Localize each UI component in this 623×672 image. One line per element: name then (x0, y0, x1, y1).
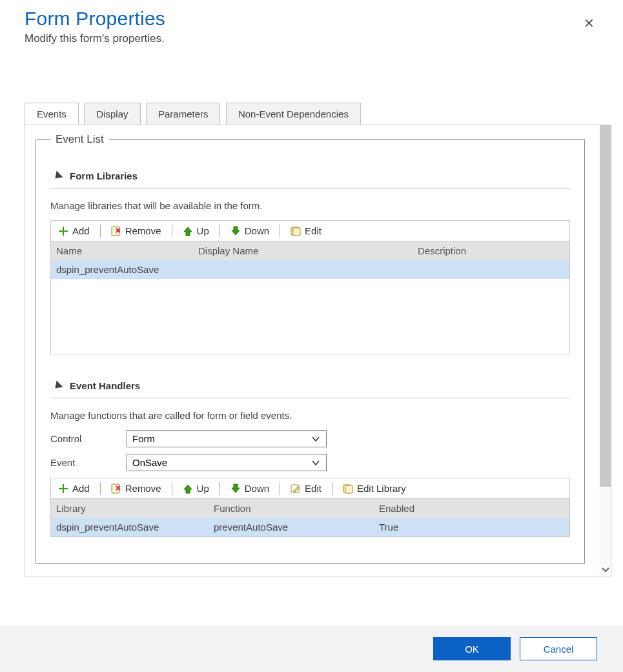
edit-library-icon (343, 484, 353, 494)
down-button-label: Down (245, 225, 269, 236)
separator (220, 225, 220, 238)
remove-button[interactable]: Remove (107, 482, 165, 495)
dialog-footer: OK Cancel (0, 626, 623, 672)
control-label: Control (50, 433, 127, 444)
ok-button[interactable]: OK (433, 637, 511, 660)
close-icon[interactable]: ✕ (584, 15, 595, 31)
scrollbar-thumb[interactable] (600, 125, 611, 487)
event-select[interactable]: OnSave (127, 454, 327, 471)
add-button-label: Add (72, 483, 90, 494)
add-button[interactable]: Add (54, 224, 94, 238)
arrow-up-icon (183, 484, 193, 494)
event-select-value: OnSave (132, 457, 167, 468)
form-libraries-header[interactable]: Form Libraries (50, 167, 570, 188)
edit-library-button-label: Edit Library (357, 483, 406, 494)
remove-button[interactable]: Remove (107, 224, 165, 238)
collapse-icon (52, 380, 63, 391)
svg-rect-2 (293, 228, 300, 236)
event-handlers-grid: Library Function Enabled dspin_preventAu… (50, 499, 570, 537)
cell-library: dspin_preventAutoSave (51, 518, 209, 536)
section-title: Form Libraries (70, 170, 138, 181)
event-list-legend: Event List (50, 133, 109, 146)
section-title: Event Handlers (70, 380, 140, 391)
svg-rect-6 (345, 485, 352, 493)
up-button-label: Up (197, 483, 209, 494)
content-pane: Event List Form Libraries Manage librari… (25, 125, 611, 576)
grid-header: Name Display Name Description (51, 241, 569, 260)
remove-icon (111, 484, 121, 494)
edit-icon (291, 226, 301, 236)
event-handlers-toolbar: Add Remove Up Down (50, 478, 570, 499)
tab-bar: Events Display Parameters Non-Event Depe… (25, 102, 623, 125)
tab-non-event-dependencies[interactable]: Non-Event Dependencies (226, 103, 361, 125)
cancel-button[interactable]: Cancel (520, 637, 597, 660)
tab-display[interactable]: Display (84, 103, 140, 125)
page-subtitle: Modify this form's properties. (25, 32, 598, 45)
separator (220, 482, 220, 495)
down-button-label: Down (245, 483, 269, 494)
tab-events[interactable]: Events (25, 103, 79, 125)
event-handlers-description: Manage functions that are called for for… (50, 410, 570, 421)
edit-button[interactable]: Edit (287, 224, 325, 238)
col-name[interactable]: Name (51, 241, 193, 260)
event-handlers-header[interactable]: Event Handlers (50, 376, 570, 398)
separator (172, 482, 172, 495)
cell-name: dspin_preventAutoSave (51, 260, 193, 279)
down-button[interactable]: Down (227, 482, 273, 495)
dialog-header: Form Properties Modify this form's prope… (0, 0, 623, 48)
page-title: Form Properties (25, 8, 598, 30)
tab-parameters[interactable]: Parameters (146, 103, 221, 125)
col-description[interactable]: Description (413, 241, 569, 260)
event-row: Event OnSave (50, 454, 570, 471)
separator (280, 482, 280, 495)
edit-button-label: Edit (305, 483, 322, 494)
down-button[interactable]: Down (227, 224, 273, 238)
separator (172, 225, 172, 238)
cell-enabled: True (374, 518, 569, 536)
chevron-down-icon (311, 434, 321, 444)
scroll-down-icon[interactable] (600, 564, 611, 576)
arrow-down-icon (230, 484, 241, 494)
plus-icon (58, 484, 68, 494)
up-button[interactable]: Up (179, 224, 213, 238)
arrow-down-icon (230, 226, 241, 236)
add-button[interactable]: Add (54, 482, 94, 495)
pencil-icon (291, 484, 301, 494)
control-select-value: Form (132, 433, 155, 444)
control-select[interactable]: Form (127, 430, 327, 447)
col-function[interactable]: Function (209, 499, 374, 518)
event-list-fieldset: Event List Form Libraries Manage librari… (36, 133, 585, 564)
form-libraries-description: Manage libraries that will be available … (50, 200, 570, 211)
remove-button-label: Remove (125, 483, 161, 494)
arrow-up-icon (183, 226, 193, 236)
edit-button-label: Edit (305, 225, 322, 236)
col-library[interactable]: Library (51, 499, 209, 518)
add-button-label: Add (72, 225, 90, 236)
edit-button[interactable]: Edit (287, 482, 325, 495)
table-row[interactable]: dspin_preventAutoSave preventAutoSave Tr… (51, 518, 569, 536)
form-libraries-grid: Name Display Name Description dspin_prev… (50, 241, 570, 354)
cell-display-name (193, 260, 413, 279)
up-button-label: Up (197, 225, 209, 236)
grid-header: Library Function Enabled (51, 499, 569, 518)
scrollbar[interactable] (599, 125, 611, 576)
up-button[interactable]: Up (179, 482, 213, 495)
remove-button-label: Remove (125, 225, 161, 236)
table-row[interactable]: dspin_preventAutoSave (51, 260, 569, 279)
chevron-down-icon (311, 458, 321, 468)
remove-icon (111, 226, 121, 236)
edit-library-button[interactable]: Edit Library (339, 482, 410, 495)
control-row: Control Form (50, 430, 570, 447)
collapse-icon (52, 170, 63, 181)
separator (280, 225, 280, 238)
separator (100, 482, 101, 495)
form-libraries-toolbar: Add Remove Up Down (50, 220, 570, 241)
col-enabled[interactable]: Enabled (374, 499, 569, 518)
cell-description (413, 260, 569, 279)
event-label: Event (50, 457, 127, 468)
col-display-name[interactable]: Display Name (193, 241, 413, 260)
cell-function: preventAutoSave (209, 518, 374, 536)
separator (332, 482, 332, 495)
plus-icon (58, 226, 68, 236)
separator (100, 225, 101, 238)
